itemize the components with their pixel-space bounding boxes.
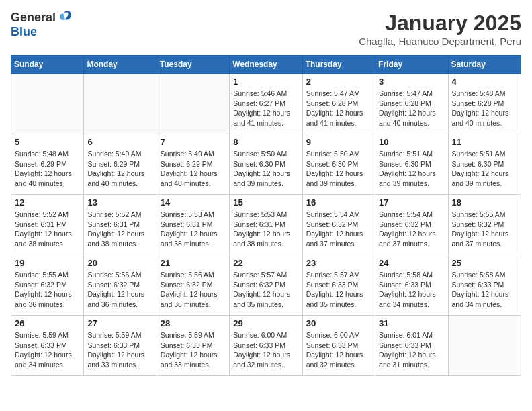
calendar-cell: 20Sunrise: 5:56 AM Sunset: 6:32 PM Dayli… xyxy=(84,255,157,316)
day-number: 24 xyxy=(379,258,444,268)
calendar-cell: 15Sunrise: 5:53 AM Sunset: 6:31 PM Dayli… xyxy=(230,195,302,255)
day-number: 8 xyxy=(233,137,298,147)
day-info: Sunrise: 5:52 AM Sunset: 6:31 PM Dayligh… xyxy=(15,210,80,249)
day-info: Sunrise: 5:58 AM Sunset: 6:33 PM Dayligh… xyxy=(379,270,444,310)
logo: General Blue xyxy=(11,11,73,39)
day-info: Sunrise: 5:53 AM Sunset: 6:31 PM Dayligh… xyxy=(161,210,226,249)
calendar-cell: 10Sunrise: 5:51 AM Sunset: 6:30 PM Dayli… xyxy=(375,134,448,195)
day-number: 14 xyxy=(161,197,226,208)
day-info: Sunrise: 5:49 AM Sunset: 6:29 PM Dayligh… xyxy=(161,149,226,189)
day-number: 19 xyxy=(15,258,80,268)
day-number: 17 xyxy=(379,197,444,208)
day-number: 29 xyxy=(233,318,298,328)
day-info: Sunrise: 5:46 AM Sunset: 6:27 PM Dayligh… xyxy=(233,89,298,128)
calendar-cell: 21Sunrise: 5:56 AM Sunset: 6:32 PM Dayli… xyxy=(157,255,229,316)
calendar-cell: 30Sunrise: 6:00 AM Sunset: 6:33 PM Dayli… xyxy=(302,316,375,376)
col-header-sunday: Sunday xyxy=(11,56,84,74)
location-subtitle: Chaglla, Huanuco Department, Peru xyxy=(359,36,521,47)
calendar-cell xyxy=(448,316,521,376)
day-info: Sunrise: 5:50 AM Sunset: 6:30 PM Dayligh… xyxy=(233,149,298,189)
day-number: 27 xyxy=(87,318,152,328)
calendar-cell: 26Sunrise: 5:59 AM Sunset: 6:33 PM Dayli… xyxy=(11,316,84,376)
calendar-cell: 7Sunrise: 5:49 AM Sunset: 6:29 PM Daylig… xyxy=(157,134,229,195)
day-info: Sunrise: 5:56 AM Sunset: 6:32 PM Dayligh… xyxy=(161,270,226,310)
calendar-cell: 1Sunrise: 5:46 AM Sunset: 6:27 PM Daylig… xyxy=(230,74,302,134)
col-header-thursday: Thursday xyxy=(302,56,375,74)
title-section: January 2025 Chaglla, Huanuco Department… xyxy=(359,11,521,47)
day-number: 9 xyxy=(306,137,371,147)
day-info: Sunrise: 5:54 AM Sunset: 6:32 PM Dayligh… xyxy=(379,210,444,249)
logo-bird-icon xyxy=(57,9,73,25)
day-number: 11 xyxy=(452,137,517,147)
day-info: Sunrise: 5:50 AM Sunset: 6:30 PM Dayligh… xyxy=(306,149,371,189)
calendar-table: SundayMondayTuesdayWednesdayThursdayFrid… xyxy=(11,55,521,376)
calendar-cell: 29Sunrise: 6:00 AM Sunset: 6:33 PM Dayli… xyxy=(230,316,302,376)
day-info: Sunrise: 5:51 AM Sunset: 6:30 PM Dayligh… xyxy=(452,149,517,189)
calendar-cell: 19Sunrise: 5:55 AM Sunset: 6:32 PM Dayli… xyxy=(11,255,84,316)
calendar-cell: 31Sunrise: 6:01 AM Sunset: 6:33 PM Dayli… xyxy=(375,316,448,376)
calendar-cell: 3Sunrise: 5:47 AM Sunset: 6:28 PM Daylig… xyxy=(375,74,448,134)
logo-blue: Blue xyxy=(11,25,37,38)
day-number: 30 xyxy=(306,318,371,328)
day-number: 22 xyxy=(233,258,298,268)
day-info: Sunrise: 5:59 AM Sunset: 6:33 PM Dayligh… xyxy=(15,330,80,370)
col-header-wednesday: Wednesday xyxy=(230,56,302,74)
day-info: Sunrise: 5:59 AM Sunset: 6:33 PM Dayligh… xyxy=(87,330,152,370)
calendar-cell: 18Sunrise: 5:55 AM Sunset: 6:32 PM Dayli… xyxy=(448,195,521,255)
calendar-cell: 9Sunrise: 5:50 AM Sunset: 6:30 PM Daylig… xyxy=(302,134,375,195)
calendar-week-row: 5Sunrise: 5:48 AM Sunset: 6:29 PM Daylig… xyxy=(11,134,521,195)
calendar-header-row: SundayMondayTuesdayWednesdayThursdayFrid… xyxy=(11,56,521,74)
calendar-cell: 17Sunrise: 5:54 AM Sunset: 6:32 PM Dayli… xyxy=(375,195,448,255)
col-header-monday: Monday xyxy=(84,56,157,74)
day-number: 21 xyxy=(161,258,226,268)
day-number: 7 xyxy=(161,137,226,147)
day-info: Sunrise: 5:59 AM Sunset: 6:33 PM Dayligh… xyxy=(161,330,226,370)
calendar-cell: 25Sunrise: 5:58 AM Sunset: 6:33 PM Dayli… xyxy=(448,255,521,316)
day-info: Sunrise: 5:55 AM Sunset: 6:32 PM Dayligh… xyxy=(452,210,517,249)
month-title: January 2025 xyxy=(359,11,521,36)
calendar-cell: 14Sunrise: 5:53 AM Sunset: 6:31 PM Dayli… xyxy=(157,195,229,255)
calendar-cell: 5Sunrise: 5:48 AM Sunset: 6:29 PM Daylig… xyxy=(11,134,84,195)
day-number: 28 xyxy=(161,318,226,328)
calendar-week-row: 12Sunrise: 5:52 AM Sunset: 6:31 PM Dayli… xyxy=(11,195,521,255)
col-header-saturday: Saturday xyxy=(448,56,521,74)
day-number: 4 xyxy=(452,77,517,87)
calendar-cell xyxy=(11,74,84,134)
calendar-cell: 27Sunrise: 5:59 AM Sunset: 6:33 PM Dayli… xyxy=(84,316,157,376)
calendar-cell: 11Sunrise: 5:51 AM Sunset: 6:30 PM Dayli… xyxy=(448,134,521,195)
day-number: 31 xyxy=(379,318,444,328)
col-header-friday: Friday xyxy=(375,56,448,74)
day-info: Sunrise: 5:55 AM Sunset: 6:32 PM Dayligh… xyxy=(15,270,80,310)
day-number: 25 xyxy=(452,258,517,268)
day-info: Sunrise: 6:00 AM Sunset: 6:33 PM Dayligh… xyxy=(233,330,298,370)
day-number: 3 xyxy=(379,77,444,87)
day-info: Sunrise: 5:52 AM Sunset: 6:31 PM Dayligh… xyxy=(87,210,152,249)
calendar-cell xyxy=(84,74,157,134)
day-number: 26 xyxy=(15,318,80,328)
day-info: Sunrise: 5:51 AM Sunset: 6:30 PM Dayligh… xyxy=(379,149,444,189)
day-number: 16 xyxy=(306,197,371,208)
calendar-cell: 24Sunrise: 5:58 AM Sunset: 6:33 PM Dayli… xyxy=(375,255,448,316)
day-info: Sunrise: 5:53 AM Sunset: 6:31 PM Dayligh… xyxy=(233,210,298,249)
col-header-tuesday: Tuesday xyxy=(157,56,229,74)
day-info: Sunrise: 5:48 AM Sunset: 6:29 PM Dayligh… xyxy=(15,149,80,189)
day-info: Sunrise: 6:01 AM Sunset: 6:33 PM Dayligh… xyxy=(379,330,444,370)
calendar-cell: 23Sunrise: 5:57 AM Sunset: 6:33 PM Dayli… xyxy=(302,255,375,316)
page-header: General Blue January 2025 Chaglla, Huanu… xyxy=(11,11,521,47)
calendar-cell: 8Sunrise: 5:50 AM Sunset: 6:30 PM Daylig… xyxy=(230,134,302,195)
day-number: 20 xyxy=(87,258,152,268)
calendar-cell: 12Sunrise: 5:52 AM Sunset: 6:31 PM Dayli… xyxy=(11,195,84,255)
day-info: Sunrise: 5:48 AM Sunset: 6:28 PM Dayligh… xyxy=(452,89,517,128)
day-info: Sunrise: 5:49 AM Sunset: 6:29 PM Dayligh… xyxy=(87,149,152,189)
calendar-cell: 28Sunrise: 5:59 AM Sunset: 6:33 PM Dayli… xyxy=(157,316,229,376)
day-info: Sunrise: 5:47 AM Sunset: 6:28 PM Dayligh… xyxy=(306,89,371,128)
calendar-week-row: 19Sunrise: 5:55 AM Sunset: 6:32 PM Dayli… xyxy=(11,255,521,316)
calendar-cell xyxy=(157,74,229,134)
calendar-cell: 13Sunrise: 5:52 AM Sunset: 6:31 PM Dayli… xyxy=(84,195,157,255)
day-number: 10 xyxy=(379,137,444,147)
calendar-week-row: 1Sunrise: 5:46 AM Sunset: 6:27 PM Daylig… xyxy=(11,74,521,134)
day-info: Sunrise: 5:54 AM Sunset: 6:32 PM Dayligh… xyxy=(306,210,371,249)
day-number: 2 xyxy=(306,77,371,87)
day-number: 13 xyxy=(87,197,152,208)
day-info: Sunrise: 5:58 AM Sunset: 6:33 PM Dayligh… xyxy=(452,270,517,310)
